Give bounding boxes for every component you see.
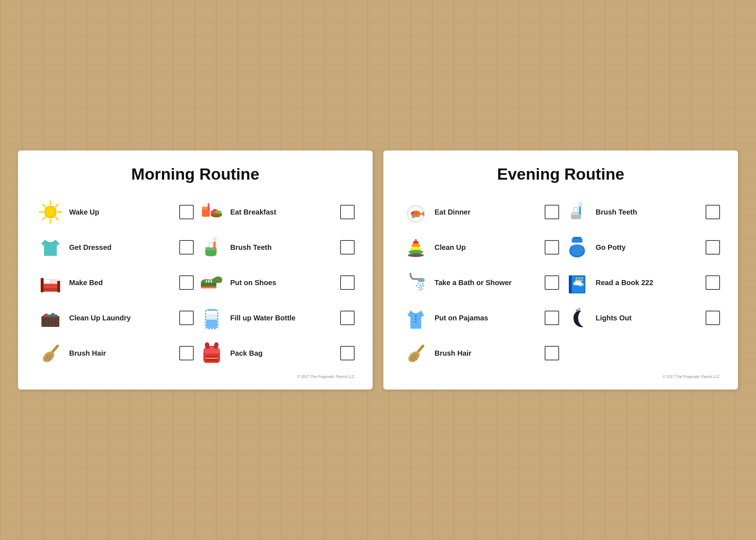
task-eat-dinner: Eat Dinner	[401, 198, 559, 226]
read-book-label: Read a Book 222	[596, 278, 702, 287]
task-put-on-pajamas: Put on Pajamas	[401, 303, 559, 332]
svg-rect-20	[209, 243, 213, 248]
breakfast-icon	[197, 198, 226, 226]
svg-rect-91	[569, 275, 572, 293]
fill-water-bottle-label: Fill up Water Bottle	[230, 314, 336, 322]
go-potty-checkbox[interactable]	[706, 240, 720, 255]
brush-teeth-morning-checkbox[interactable]	[340, 240, 355, 255]
brush-teeth-evening-checkbox[interactable]	[706, 205, 720, 219]
wake-up-label: Wake Up	[69, 208, 175, 216]
task-pack-bag: Pack Bag	[197, 339, 355, 368]
task-make-bed: Make Bed	[36, 268, 194, 297]
toothbrush-evening-icon	[563, 198, 591, 226]
svg-rect-24	[215, 238, 215, 242]
svg-rect-27	[57, 281, 60, 292]
task-brush-teeth-evening: Brush Teeth	[563, 198, 720, 226]
make-bed-label: Make Bed	[69, 278, 175, 287]
svg-point-80	[418, 283, 419, 284]
clean-up-laundry-checkbox[interactable]	[179, 311, 194, 325]
svg-rect-78	[573, 237, 581, 239]
svg-rect-52	[203, 348, 220, 354]
eat-dinner-checkbox[interactable]	[545, 205, 559, 219]
svg-point-81	[420, 284, 421, 286]
take-bath-checkbox[interactable]	[545, 275, 559, 290]
read-book-checkbox[interactable]	[706, 275, 720, 290]
svg-point-15	[218, 211, 221, 214]
svg-line-47	[48, 359, 49, 361]
get-dressed-checkbox[interactable]	[179, 240, 194, 255]
svg-rect-26	[41, 278, 44, 292]
svg-line-107	[415, 356, 415, 358]
svg-point-86	[423, 285, 424, 287]
water-bottle-icon	[197, 303, 226, 332]
laundry-icon	[36, 303, 65, 332]
make-bed-checkbox[interactable]	[179, 275, 194, 290]
task-eat-breakfast: Eat Breakfast	[197, 198, 355, 226]
brush-hair-evening-label: Brush Hair	[435, 349, 540, 357]
pack-bag-checkbox[interactable]	[340, 346, 355, 360]
svg-point-16	[213, 209, 216, 212]
brush-hair-evening-checkbox[interactable]	[545, 346, 559, 360]
put-on-shoes-checkbox[interactable]	[340, 275, 355, 290]
svg-point-85	[420, 286, 422, 288]
clean-up-laundry-label: Clean Up Laundry	[69, 314, 175, 322]
morning-title: Morning Routine	[36, 165, 355, 183]
svg-point-98	[415, 321, 417, 323]
eat-dinner-label: Eat Dinner	[435, 208, 540, 216]
evening-copyright: © 2017 The Pragmatic Parent LLC	[401, 375, 720, 379]
svg-rect-11	[208, 203, 209, 210]
svg-text:ZZZ: ZZZ	[575, 277, 583, 282]
eat-breakfast-checkbox[interactable]	[340, 205, 355, 219]
dinner-icon	[401, 198, 430, 226]
toys-icon	[401, 233, 430, 262]
fill-water-bottle-checkbox[interactable]	[340, 311, 355, 325]
lights-out-checkbox[interactable]	[706, 311, 720, 325]
svg-point-87	[419, 289, 420, 291]
svg-line-5	[43, 204, 45, 207]
task-read-book: ZZZ Read a Book 222	[563, 268, 720, 297]
evening-routine-card: Evening Routine	[383, 150, 738, 390]
svg-rect-36	[201, 287, 216, 288]
shower-icon	[401, 268, 430, 297]
brush-hair-morning-checkbox[interactable]	[179, 346, 194, 360]
task-brush-hair-evening: Brush Hair	[401, 339, 559, 368]
backpack-icon	[197, 339, 226, 368]
morning-grid: Wake Up	[36, 198, 355, 368]
lights-out-label: Lights Out	[596, 314, 702, 322]
task-lights-out: Z Z Lights Out	[563, 303, 720, 332]
task-wake-up: Wake Up	[36, 198, 194, 226]
svg-line-8	[43, 217, 45, 220]
svg-line-104	[414, 359, 414, 361]
task-brush-hair-morning: Brush Hair	[36, 339, 194, 368]
toothbrush-morning-icon	[197, 233, 226, 262]
svg-rect-67	[580, 203, 581, 206]
clean-up-checkbox[interactable]	[545, 240, 559, 255]
hairbrush-evening-icon	[401, 339, 430, 368]
brush-teeth-morning-label: Brush Teeth	[230, 243, 336, 252]
svg-point-94	[578, 283, 584, 286]
pajamas-icon	[401, 303, 430, 332]
eat-breakfast-label: Eat Breakfast	[230, 208, 336, 216]
svg-point-96	[415, 315, 417, 317]
task-go-potty: Go Potty	[563, 233, 720, 262]
brush-hair-morning-label: Brush Hair	[69, 349, 175, 357]
task-brush-teeth-morning: Brush Teeth	[197, 233, 355, 262]
toilet-icon	[563, 233, 591, 262]
pack-bag-label: Pack Bag	[230, 349, 336, 357]
svg-rect-37	[41, 316, 59, 327]
moon-icon: Z Z	[563, 303, 591, 332]
svg-rect-29	[44, 280, 50, 284]
svg-point-84	[418, 287, 420, 288]
svg-point-60	[417, 215, 419, 217]
svg-point-97	[415, 318, 417, 320]
get-dressed-label: Get Dressed	[69, 243, 175, 252]
go-potty-label: Go Potty	[596, 243, 702, 252]
task-get-dressed: Get Dressed	[36, 233, 194, 262]
wake-up-checkbox[interactable]	[179, 205, 194, 219]
svg-rect-23	[213, 238, 214, 242]
evening-grid: Eat Dinner Brush Teeth	[401, 198, 720, 368]
task-fill-water-bottle: Fill up Water Bottle	[197, 303, 355, 332]
svg-point-0	[45, 206, 56, 218]
take-bath-label: Take a Bath or Shower	[435, 278, 540, 287]
put-on-pajamas-checkbox[interactable]	[545, 311, 559, 325]
